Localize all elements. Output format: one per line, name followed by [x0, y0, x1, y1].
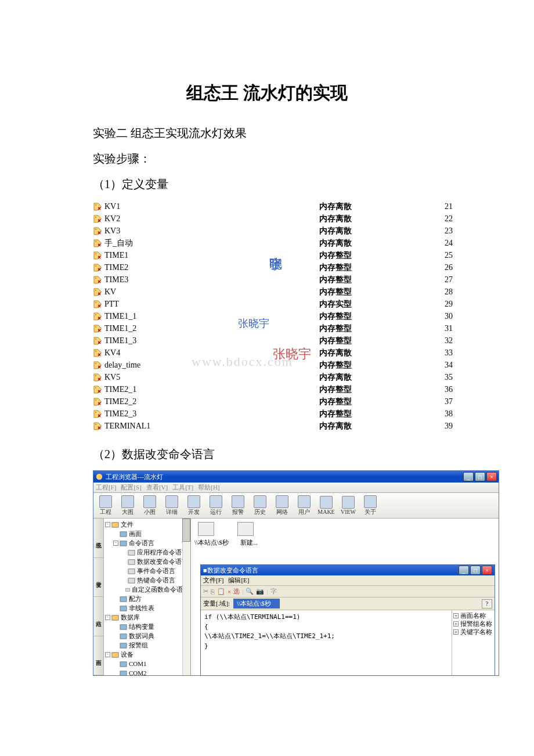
menu-item[interactable]: 工程[F] — [96, 483, 116, 492]
tree-item[interactable]: -命令语言 — [105, 538, 189, 548]
tree-item[interactable]: COM1 — [105, 659, 189, 668]
variable-row[interactable]: KV1内存离散21 — [93, 200, 476, 213]
delete-icon[interactable]: × — [228, 588, 231, 595]
code-line: \\本站点\TIME2_1=\\本站点\TIME2_1+1; — [204, 632, 448, 642]
menu-item[interactable]: 配置[S] — [121, 483, 141, 492]
side-tab[interactable]: 系统 — [93, 519, 103, 558]
toolbar-button[interactable]: 报警 — [229, 495, 247, 516]
tree-toggle[interactable]: - — [105, 652, 110, 657]
font-label[interactable]: 字 — [270, 587, 277, 596]
maximize-button[interactable]: □ — [470, 566, 481, 575]
tree-item[interactable]: 事件命令语言 — [105, 566, 189, 575]
variable-row[interactable]: TIME1_1内存整型30 — [93, 310, 476, 322]
code-line: { — [204, 622, 448, 632]
title-bar[interactable]: 工程浏览器---流水灯 _ □ × — [93, 471, 499, 483]
copy-icon[interactable]: ⎘ — [211, 588, 215, 595]
tree-toggle[interactable]: - — [105, 615, 110, 620]
tree-item[interactable]: COM2 — [105, 668, 189, 675]
minimize-button[interactable]: _ — [463, 472, 474, 481]
toolbar-button[interactable]: 工程 — [97, 495, 114, 516]
toolbar-button[interactable]: 大图 — [119, 495, 136, 516]
toolbar-button[interactable]: 历史 — [251, 495, 269, 516]
side-tab[interactable]: 站点 — [93, 597, 103, 636]
content-item-label[interactable]: \\本站点\$秒 — [194, 538, 229, 547]
toolbar-button[interactable]: MAKE — [317, 496, 335, 515]
variable-row[interactable]: TIME3内存整型27 — [93, 273, 476, 286]
toolbar-button[interactable]: 网络 — [273, 495, 291, 516]
tree-item[interactable]: -设备 — [105, 650, 189, 659]
tree-toggle[interactable]: - — [113, 541, 118, 546]
new-item-icon[interactable] — [237, 522, 254, 536]
tree-toggle[interactable]: - — [105, 522, 110, 527]
side-list-item[interactable]: +报警组名称 — [453, 620, 493, 628]
variable-row[interactable]: TIME1内存整型25 — [93, 249, 476, 261]
variable-id: 22 — [418, 214, 453, 224]
editor-title-bar[interactable]: ■ 数据改变命令语言 _ □ × — [201, 565, 495, 575]
variable-row[interactable]: TIME2_1内存整型36 — [93, 383, 476, 395]
tree-item[interactable]: 配方 — [105, 594, 189, 603]
tree-item[interactable]: 非线性表 — [105, 603, 189, 613]
variable-row[interactable]: KV2内存离散22 — [93, 213, 476, 225]
variable-row[interactable]: TIME1_3内存整型32 — [93, 334, 476, 347]
tree-toggle[interactable]: + — [453, 613, 459, 618]
variable-row[interactable]: TERMINAL1内存离散39 — [93, 420, 476, 432]
toolbar-button[interactable]: 运行 — [207, 495, 225, 516]
tree-node-icon — [120, 669, 127, 676]
tag-icon — [93, 422, 102, 431]
editor-menu-item[interactable]: 编辑[E] — [228, 576, 249, 585]
variable-row[interactable]: TIME1_2内存整型31 — [93, 322, 476, 334]
tree-item[interactable]: -文件 — [105, 520, 189, 529]
side-tab[interactable]: 变量 — [93, 558, 103, 597]
svg-point-7 — [95, 290, 96, 291]
editor-menu-item[interactable]: 文件[F] — [203, 576, 223, 585]
tree-item[interactable]: 数据词典 — [105, 631, 189, 640]
toolbar-button[interactable]: 关于 — [362, 495, 379, 516]
tree-item[interactable]: 数据改变命令语言 — [105, 557, 189, 566]
new-item-label[interactable]: 新建... — [240, 538, 258, 547]
menu-item[interactable]: 查看[V] — [146, 483, 168, 492]
tree-toggle[interactable]: + — [453, 629, 459, 635]
tree-item[interactable]: 结构变量 — [105, 622, 189, 631]
cut-icon[interactable]: ✂ — [203, 588, 208, 595]
side-list-item[interactable]: +画面名称 — [453, 611, 493, 620]
help-button[interactable]: ? — [482, 599, 492, 609]
close-button[interactable]: × — [486, 472, 497, 481]
variable-row[interactable]: PTT内存实型29 — [93, 298, 476, 310]
tree-toggle[interactable]: + — [453, 621, 459, 627]
paste-icon[interactable]: 📋 — [217, 588, 225, 595]
camera-icon[interactable]: 📷 — [256, 588, 264, 595]
scrollbar-track[interactable] — [182, 519, 190, 675]
tree-item[interactable]: 画面 — [105, 529, 189, 538]
variable-row[interactable]: KV3内存离散23 — [93, 225, 476, 237]
minimize-button[interactable]: _ — [459, 566, 469, 575]
menu-item[interactable]: 工具[T] — [172, 483, 193, 492]
tree-item[interactable]: 热键命令语言 — [105, 575, 189, 585]
maximize-button[interactable]: □ — [475, 472, 485, 481]
tree-item[interactable]: 报警组 — [105, 640, 189, 650]
variable-row[interactable]: KV内存整型28 — [93, 286, 476, 298]
toolbar-button[interactable]: 详细 — [163, 495, 181, 516]
var-field-input[interactable]: \\本站点\$秒 — [233, 599, 280, 609]
variable-row[interactable]: TIME2_2内存整型37 — [93, 395, 476, 408]
variable-row[interactable]: KV5内存离散35 — [93, 371, 476, 383]
toolbar-button[interactable]: 开发 — [185, 495, 203, 516]
toolbar-button[interactable]: 用户 — [295, 495, 313, 516]
toolbar-button[interactable]: 小图 — [141, 495, 158, 516]
close-button[interactable]: × — [482, 566, 492, 575]
side-tab[interactable]: 画面 — [93, 636, 103, 676]
toolbar-icon — [232, 495, 244, 508]
menu-item[interactable]: 帮助[H] — [198, 483, 219, 492]
code-editor[interactable]: if (\\本站点\TERMINAL1==1) { \\本站点\TIME2_1=… — [201, 610, 452, 675]
tree-item[interactable]: 应用程序命令语言 — [105, 548, 189, 557]
tree-item[interactable]: -数据库 — [105, 613, 189, 622]
content-item-icon[interactable] — [198, 522, 214, 536]
select-label[interactable]: 选 — [233, 587, 240, 596]
tree-item[interactable]: 自定义函数命令语言 — [105, 585, 189, 594]
variable-row[interactable]: TIME2_3内存整型38 — [93, 408, 476, 420]
find-icon[interactable]: 🔍 — [246, 588, 254, 595]
variable-row[interactable]: TIME2内存整型26 — [93, 261, 476, 273]
scrollbar-thumb[interactable] — [182, 519, 190, 542]
side-list-item[interactable]: +关键字名称 — [453, 628, 493, 636]
variable-row[interactable]: 手_自动内存离散24 — [93, 237, 476, 249]
toolbar-button[interactable]: VIEW — [340, 496, 357, 515]
